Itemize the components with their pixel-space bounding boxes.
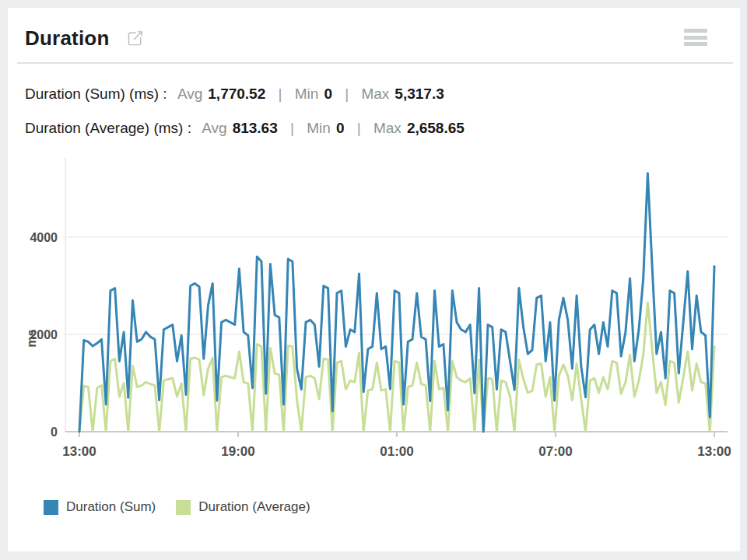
legend-label-average: Duration (Average) — [198, 499, 310, 515]
external-link-icon[interactable] — [126, 30, 144, 47]
avg-value: 813.63 — [233, 120, 278, 136]
legend-swatch-average — [176, 500, 191, 515]
x-tick-label: 19:00 — [221, 444, 254, 459]
stats-row-average: Duration (Average) (ms) : Avg813.63 | Mi… — [25, 120, 465, 137]
separator: | — [345, 86, 349, 102]
chart-widget-card: Duration Duration (Sum) (ms) : Avg1,770.… — [8, 8, 740, 551]
legend-label-sum: Duration (Sum) — [66, 499, 156, 515]
min-label: Min — [295, 86, 319, 102]
x-tick-label: 07:00 — [538, 444, 572, 459]
separator: | — [357, 120, 361, 136]
max-label: Max — [361, 86, 389, 102]
y-axis-title: ms — [25, 329, 38, 347]
dashboard-background: { "header": { "title": "Duration", "icon… — [0, 0, 747, 560]
separator: | — [290, 120, 294, 136]
line-chart-canvas[interactable]: 13:0019:0001:0007:0013:00020004000ms — [8, 152, 740, 478]
stats-row-sum: Duration (Sum) (ms) : Avg1,770.52 | Min0… — [25, 86, 444, 103]
y-tick-label: 4000 — [30, 231, 58, 244]
avg-value: 1,770.52 — [208, 86, 265, 102]
x-tick-label: 01:00 — [380, 444, 413, 459]
max-value: 2,658.65 — [407, 120, 465, 136]
min-value: 0 — [324, 86, 332, 102]
chart-legend: Duration (Sum) Duration (Average) — [44, 499, 310, 515]
menu-bar — [684, 36, 707, 40]
chart-area: 13:0019:0001:0007:0013:00020004000ms — [8, 152, 740, 478]
legend-item-average[interactable]: Duration (Average) — [176, 499, 310, 515]
max-value: 5,317.3 — [395, 86, 444, 102]
menu-bar — [684, 29, 707, 33]
widget-title: Duration — [25, 26, 109, 51]
y-tick-label: 0 — [51, 425, 58, 439]
legend-swatch-sum — [44, 500, 58, 515]
series-line-sum — [79, 173, 714, 432]
stat-label: Duration (Sum) (ms) : — [25, 86, 167, 102]
stat-label: Duration (Average) (ms) : — [25, 120, 191, 136]
menu-bar — [684, 42, 707, 46]
x-tick-label: 13:00 — [62, 444, 96, 459]
legend-item-sum[interactable]: Duration (Sum) — [44, 499, 156, 515]
max-label: Max — [374, 120, 402, 136]
x-tick-label: 13:00 — [697, 444, 731, 459]
avg-label: Avg — [202, 120, 226, 136]
min-value: 0 — [336, 120, 345, 136]
header-divider — [17, 62, 733, 64]
menu-icon[interactable] — [684, 29, 707, 46]
avg-label: Avg — [177, 86, 202, 102]
separator: | — [279, 86, 282, 102]
min-label: Min — [307, 120, 331, 136]
